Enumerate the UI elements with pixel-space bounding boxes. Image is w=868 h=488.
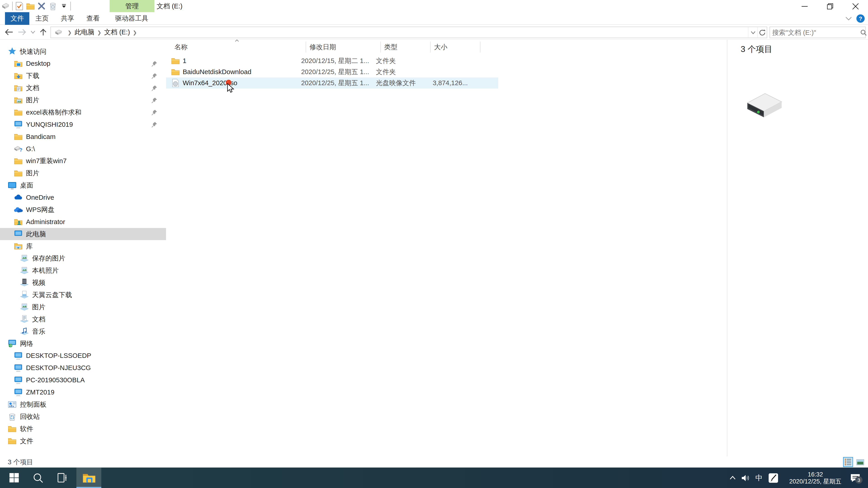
help-icon[interactable]: ? — [857, 14, 865, 23]
sidebar-item[interactable]: 图片 — [0, 94, 166, 106]
sidebar-item[interactable]: 回收站 — [0, 411, 166, 423]
qat-properties-icon[interactable] — [14, 0, 25, 12]
sidebar-item[interactable]: PC-20190530OBLA — [0, 374, 166, 386]
sidebar-item-label: 桌面 — [20, 181, 33, 190]
computer-icon — [14, 120, 23, 129]
file-name-cell[interactable]: 1 — [166, 55, 298, 66]
sidebar-item-label: 视频 — [32, 278, 45, 288]
column-header-size[interactable]: 大小 — [431, 41, 480, 53]
file-row[interactable]: Win7x64_2020.iso2020/12/25, 星期五 1...光盘映像… — [166, 77, 498, 89]
sidebar-item[interactable]: 文件 — [0, 435, 166, 447]
sidebar-item[interactable]: DESKTOP-LSSOEDP — [0, 350, 166, 362]
recent-locations-chevron-icon[interactable] — [29, 26, 36, 39]
column-header-name[interactable]: 名称 — [166, 41, 306, 53]
sidebar-item-label: 图片 — [26, 95, 39, 105]
tab-home[interactable]: 主页 — [32, 12, 52, 25]
search-box[interactable] — [770, 27, 866, 38]
ime-language-indicator[interactable]: 中 — [753, 467, 765, 488]
sidebar-item[interactable]: 文档 — [0, 82, 166, 94]
sidebar-item[interactable]: Administrator — [0, 216, 166, 228]
sidebar-item[interactable]: DESKTOP-NJEU3CG — [0, 362, 166, 374]
qat-recycle-bin-icon[interactable] — [47, 0, 58, 12]
sidebar-item[interactable]: 下载 — [0, 70, 166, 82]
sidebar-item[interactable]: 图片 — [0, 301, 166, 313]
thumbnail-view-button[interactable] — [855, 457, 865, 467]
volume-icon[interactable] — [740, 467, 752, 488]
tray-chevron-up-icon[interactable] — [727, 467, 738, 488]
sidebar-item[interactable]: WPS网盘 — [0, 203, 166, 216]
sidebar-item[interactable]: 控制面板 — [0, 398, 166, 411]
file-type-cell: 文件夹 — [373, 66, 422, 77]
sidebar-item[interactable]: Bandicam — [0, 131, 166, 143]
forward-button[interactable] — [16, 26, 29, 39]
sidebar-item-label: Administrator — [26, 218, 65, 226]
search-icon[interactable] — [860, 29, 867, 36]
taskbar-file-explorer-button[interactable] — [76, 467, 101, 488]
file-row[interactable]: 12020/12/15, 星期二 1...文件夹 — [166, 55, 498, 66]
sidebar-item[interactable]: ZMT2019 — [0, 386, 166, 398]
recycle-bin-icon — [8, 412, 17, 421]
address-dropdown-chevron-icon[interactable] — [748, 27, 757, 38]
sidebar-item[interactable]: 软件 — [0, 423, 166, 435]
sidebar-item[interactable]: 文档 — [0, 313, 166, 325]
breadcrumb-this-pc[interactable]: 此电脑 — [74, 28, 94, 37]
folder-icon — [8, 436, 17, 445]
sidebar-item[interactable]: 库 — [0, 240, 166, 252]
file-row[interactable]: BaiduNetdiskDownload2020/12/25, 星期五 1...… — [166, 66, 498, 77]
disc-image-icon — [171, 78, 180, 88]
sidebar-item[interactable]: 保存的图片 — [0, 252, 166, 265]
back-button[interactable] — [2, 26, 16, 39]
sidebar-item[interactable]: 快速访问 — [0, 45, 166, 58]
sidebar-item[interactable]: 本机照片 — [0, 265, 166, 277]
refresh-icon[interactable] — [757, 27, 767, 38]
restore-button[interactable] — [817, 0, 843, 12]
sidebar-item[interactable]: 此电脑 — [0, 228, 166, 240]
sidebar-item[interactable]: excel表格制作求和 — [0, 106, 166, 119]
notification-center-icon[interactable]: 3 — [847, 467, 864, 488]
sidebar-item[interactable]: 图片 — [0, 167, 166, 180]
sidebar-item[interactable]: Desktop — [0, 58, 166, 70]
tab-share[interactable]: 共享 — [58, 12, 78, 25]
sidebar-item[interactable]: win7重装win7 — [0, 155, 166, 167]
search-input[interactable] — [770, 29, 860, 36]
taskbar-clock[interactable]: 16:32 2020/12/25, 星期五 — [789, 467, 842, 488]
sidebar-item[interactable]: 天翼云盘下载 — [0, 289, 166, 301]
address-bar[interactable]: ❯ 此电脑 ❯ 文档 (E:) ❯ — [51, 27, 767, 38]
contextual-tab-header-manage[interactable]: 管理 — [110, 0, 154, 12]
file-name-cell[interactable]: BaiduNetdiskDownload — [166, 66, 298, 77]
sidebar-item[interactable]: ?G:\ — [0, 143, 166, 155]
folder-desktop-icon — [14, 59, 23, 68]
column-headers: 名称 修改日期 类型 大小 — [166, 41, 498, 53]
qat-new-folder-icon[interactable] — [25, 0, 36, 12]
sidebar-item[interactable]: 视频 — [0, 276, 166, 289]
tab-file[interactable]: 文件 — [5, 12, 29, 25]
up-button[interactable] — [37, 26, 50, 39]
clock-date: 2020/12/25, 星期五 — [789, 478, 842, 485]
sidebar-item-label: 图片 — [32, 302, 45, 312]
ime-pen-icon[interactable] — [767, 467, 780, 488]
mouse-cursor — [227, 83, 234, 94]
column-header-type[interactable]: 类型 — [381, 41, 431, 53]
task-view-icon[interactable] — [53, 467, 72, 488]
breadcrumb-current-drive[interactable]: 文档 (E:) — [104, 28, 130, 37]
taskbar-search-icon[interactable] — [29, 467, 48, 488]
details-view-button[interactable] — [843, 457, 853, 467]
tab-view[interactable]: 查看 — [83, 12, 103, 25]
start-button[interactable] — [4, 467, 23, 488]
usb-drive-icon: ? — [14, 144, 23, 153]
close-button[interactable] — [842, 0, 868, 12]
breadcrumb-chevron-icon: ❯ — [97, 30, 101, 35]
sidebar-item[interactable]: 网络 — [0, 337, 166, 350]
sidebar-item[interactable]: 桌面 — [0, 179, 166, 191]
sidebar-item[interactable]: OneDrive — [0, 191, 166, 203]
sidebar-item-label: 文档 — [26, 84, 39, 93]
network-icon — [8, 339, 17, 348]
minimize-button[interactable] — [792, 0, 817, 12]
sidebar-item[interactable]: 音乐 — [0, 325, 166, 337]
qat-customize-chevron-icon[interactable] — [58, 0, 69, 12]
ribbon-collapse-chevron-icon[interactable] — [845, 17, 852, 20]
column-header-date[interactable]: 修改日期 — [306, 41, 381, 53]
sidebar-item[interactable]: YUNQISHI2019 — [0, 119, 166, 131]
qat-delete-icon[interactable] — [36, 0, 47, 12]
tab-drive-tools[interactable]: 驱动器工具 — [113, 12, 151, 25]
